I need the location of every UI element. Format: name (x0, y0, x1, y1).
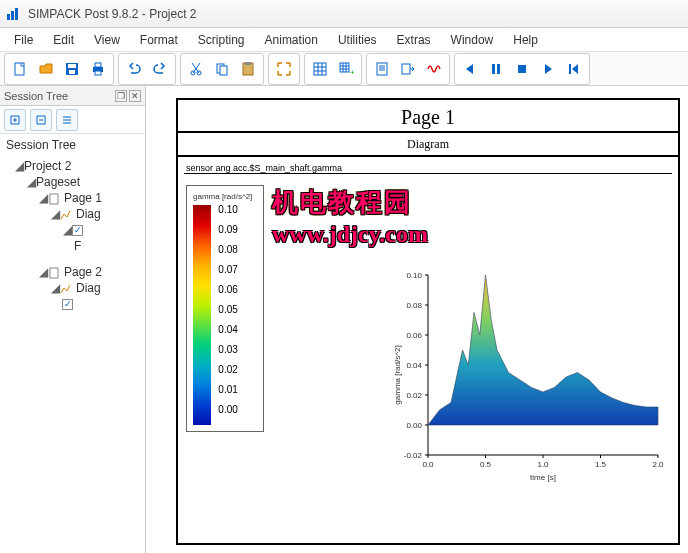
menu-animation[interactable]: Animation (255, 30, 328, 50)
tree-diag1[interactable]: ◢Diag (4, 206, 143, 222)
tree-toolbar (0, 106, 145, 134)
play-button[interactable] (535, 56, 561, 82)
svg-text:1.0: 1.0 (537, 460, 549, 469)
sidebar: Session Tree ❐ ✕ Session Tree ◢Project 2… (0, 86, 146, 553)
svg-rect-13 (220, 66, 227, 75)
watermark-text-1: 机电教程园 (272, 185, 412, 220)
menu-format[interactable]: Format (130, 30, 188, 50)
watermark-text-2: www.jdjcy.com (272, 221, 428, 248)
svg-text:0.10: 0.10 (406, 271, 422, 280)
tree-page2[interactable]: ◢Page 2 (4, 264, 143, 280)
svg-text:0.5: 0.5 (480, 460, 492, 469)
xlabel: time [s] (530, 473, 556, 482)
title-bar: SIMPACK Post 9.8.2 - Project 2 (0, 0, 688, 28)
undo-button[interactable] (121, 56, 147, 82)
menu-view[interactable]: View (84, 30, 130, 50)
skip-start-button[interactable] (561, 56, 587, 82)
svg-text:2.0: 2.0 (652, 460, 664, 469)
tree-page1[interactable]: ◢Page 1 (4, 190, 143, 206)
toolbar: + (0, 52, 688, 86)
panel-float-icon[interactable]: ❐ (115, 90, 127, 102)
app-logo-icon (6, 6, 22, 22)
colorbar-label: gamma [rad/s^2] (193, 192, 259, 201)
page-button[interactable] (369, 56, 395, 82)
colorbar-ticks: 0.100.090.08 0.070.060.05 0.040.030.02 0… (218, 205, 237, 425)
new-button[interactable] (7, 56, 33, 82)
ylabel: gamma [rad/s^2] (393, 345, 402, 404)
play-back-button[interactable] (457, 56, 483, 82)
menu-window[interactable]: Window (441, 30, 504, 50)
menu-help[interactable]: Help (503, 30, 548, 50)
page-frame: Page 1 Diagram sensor ang acc.$S_main_sh… (176, 98, 680, 545)
tree-project[interactable]: ◢Project 2 (4, 158, 143, 174)
gradient-icon (193, 205, 211, 425)
colorbar: gamma [rad/s^2] 0.100.090.08 0.070.060.0… (186, 185, 264, 432)
copy-button[interactable] (209, 56, 235, 82)
plot: -0.020.000.020.040.060.080.10 0.00.51.01… (388, 265, 668, 485)
tree-item-check2[interactable]: ✓ (4, 296, 143, 312)
menu-utilities[interactable]: Utilities (328, 30, 387, 50)
menu-bar: File Edit View Format Scripting Animatio… (0, 28, 688, 52)
svg-rect-17 (340, 63, 349, 72)
svg-text:1.5: 1.5 (595, 460, 607, 469)
tree-diag2[interactable]: ◢Diag (4, 280, 143, 296)
export-button[interactable] (395, 56, 421, 82)
svg-rect-22 (497, 64, 500, 74)
svg-rect-2 (15, 8, 18, 20)
svg-text:0.04: 0.04 (406, 361, 422, 370)
paste-button[interactable] (235, 56, 261, 82)
svg-text:0.00: 0.00 (406, 421, 422, 430)
svg-rect-26 (50, 268, 58, 278)
svg-rect-6 (69, 70, 75, 74)
expand-all-button[interactable] (4, 109, 26, 131)
tree-f-item[interactable]: F (4, 238, 143, 254)
svg-rect-24 (569, 64, 571, 74)
diagram-area: sensor ang acc.$S_main_shaft.gamma gamma… (178, 157, 678, 184)
svg-text:-0.02: -0.02 (404, 451, 423, 460)
redo-button[interactable] (147, 56, 173, 82)
fit-button[interactable] (271, 56, 297, 82)
svg-rect-0 (7, 14, 10, 20)
collapse-all-button[interactable] (30, 109, 52, 131)
tree-pageset[interactable]: ◢Pageset (4, 174, 143, 190)
panel-close-icon[interactable]: ✕ (129, 90, 141, 102)
menu-file[interactable]: File (4, 30, 43, 50)
panel-header: Session Tree ❐ ✕ (0, 86, 145, 106)
svg-rect-23 (518, 65, 526, 73)
svg-rect-1 (11, 11, 14, 20)
panel-title: Session Tree (4, 90, 68, 102)
page-title: Page 1 (178, 100, 678, 133)
svg-text:0.08: 0.08 (406, 301, 422, 310)
stop-button[interactable] (509, 56, 535, 82)
svg-rect-19 (377, 63, 387, 75)
svg-rect-8 (95, 63, 101, 67)
menu-edit[interactable]: Edit (43, 30, 84, 50)
chart-icon (60, 209, 74, 221)
window-title: SIMPACK Post 9.8.2 - Project 2 (28, 7, 197, 21)
tree-item-check1[interactable]: ◢✓ (4, 222, 143, 238)
page-canvas[interactable]: Page 1 Diagram sensor ang acc.$S_main_sh… (146, 86, 688, 553)
svg-rect-16 (314, 63, 326, 75)
signal-button[interactable] (421, 56, 447, 82)
svg-rect-21 (492, 64, 495, 74)
chart-icon (60, 283, 74, 295)
menu-extras[interactable]: Extras (387, 30, 441, 50)
page-icon (48, 193, 62, 205)
open-button[interactable] (33, 56, 59, 82)
tree-title: Session Tree (0, 134, 145, 156)
pause-button[interactable] (483, 56, 509, 82)
svg-rect-25 (50, 194, 58, 204)
save-button[interactable] (59, 56, 85, 82)
grid-button[interactable] (307, 56, 333, 82)
session-tree[interactable]: ◢Project 2 ◢Pageset ◢Page 1 ◢Diag ◢✓ F ◢… (0, 156, 145, 553)
svg-rect-15 (245, 62, 251, 65)
grid-add-button[interactable]: + (333, 56, 359, 82)
svg-text:0.06: 0.06 (406, 331, 422, 340)
menu-scripting[interactable]: Scripting (188, 30, 255, 50)
page-icon (48, 267, 62, 279)
cut-button[interactable] (183, 56, 209, 82)
print-button[interactable] (85, 56, 111, 82)
svg-rect-3 (15, 63, 24, 75)
tree-option-button[interactable] (56, 109, 78, 131)
svg-rect-5 (68, 64, 76, 68)
